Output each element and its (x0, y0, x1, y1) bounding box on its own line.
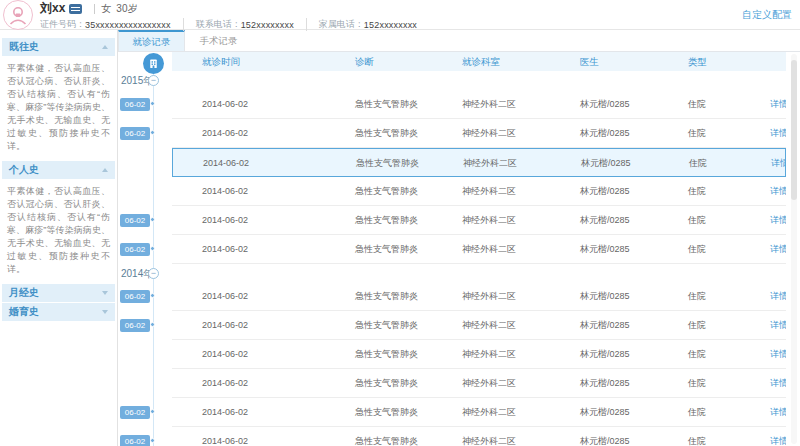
collapse-icon[interactable]: − (148, 75, 159, 86)
detail-link[interactable]: 详情 (757, 235, 786, 263)
table-header-row: 就诊时间诊断就诊科室医生类型 (118, 52, 800, 71)
visit-type: 住院 (683, 149, 758, 176)
visit-row[interactable]: 2014-06-02急性支气管肺炎神经外科二区林元楷/0285住院详情 (172, 340, 786, 369)
visit-date: 2014-06-02 (172, 235, 325, 263)
detail-link[interactable]: 详情 (758, 149, 785, 176)
patient-header: 刘xx 女 30岁 证件号码： 35xxxxxxxxxxxxxxxx 联系电话：… (0, 0, 800, 30)
id-number-label: 证件号码： (40, 18, 85, 31)
id-card-badge-icon (69, 4, 82, 14)
date-badge[interactable]: 06-02 (120, 214, 150, 227)
visit-doctor: 林元楷/0285 (572, 282, 682, 310)
detail-link[interactable]: 详情 (757, 282, 786, 310)
sidebar-section-past-history: 既往史平素体健，否认高血压、否认冠心病、否认肝炎、否认结核病、否认有“伤寒、麻疹… (0, 38, 117, 161)
family-phone-field: 家属电话： 152xxxxxxxx (306, 18, 417, 31)
visit-row[interactable]: 2014-06-02急性支气管肺炎神经外科二区林元楷/0285住院详情 (172, 206, 786, 235)
female-avatar-icon (3, 0, 33, 30)
visit-timeline-cell (118, 177, 172, 206)
visit-date: 2014-06-02 (172, 90, 325, 118)
year-group-2014年: 2014年− (118, 264, 800, 282)
tab-visit-records[interactable]: 就诊记录 (118, 30, 185, 51)
visit-doctor: 林元楷/0285 (572, 369, 682, 397)
visit-department: 神经外科二区 (452, 90, 572, 118)
timeline-dot-icon (150, 130, 155, 135)
sidebar-section-body: 平素体健，否认高血压、否认冠心病、否认肝炎、否认结核病、否认有“伤寒、麻疹”等传… (0, 180, 117, 284)
sidebar-section-title: 既往史 (9, 41, 39, 52)
sidebar-section-title: 月经史 (9, 287, 39, 298)
visit-date: 2014-06-02 (172, 427, 325, 446)
date-badge[interactable]: 06-02 (120, 406, 150, 419)
patient-gender: 女 (101, 2, 111, 16)
patient-age: 30岁 (116, 2, 137, 16)
date-badge[interactable]: 06-02 (120, 435, 150, 446)
detail-link[interactable]: 详情 (757, 177, 786, 205)
sidebar-item-menstrual-history[interactable]: 月经史 (2, 284, 115, 302)
visit-date: 2014-06-02 (173, 149, 326, 176)
visit-diagnosis: 急性支气管肺炎 (325, 427, 452, 446)
date-badge[interactable]: 06-02 (120, 127, 150, 140)
visit-entry: 2014-06-02急性支气管肺炎神经外科二区林元楷/0285住院详情 (118, 177, 800, 206)
timeline-dot-icon (150, 322, 155, 327)
detail-link[interactable]: 详情 (757, 398, 786, 426)
sidebar-section-title: 婚育史 (9, 306, 39, 317)
visit-timeline-cell: 06-02 (118, 282, 172, 311)
visit-row[interactable]: 2014-06-02急性支气管肺炎神经外科二区林元楷/0285住院详情 (172, 90, 786, 119)
collapse-icon[interactable]: − (148, 268, 159, 279)
visit-entry: 06-022014-06-02急性支气管肺炎神经外科二区林元楷/0285住院详情 (118, 311, 800, 340)
visit-date: 2014-06-02 (172, 282, 325, 310)
custom-config-link[interactable]: 自定义配置 (742, 8, 792, 22)
visit-doctor: 林元楷/0285 (572, 235, 682, 263)
visit-entry: 2014-06-02急性支气管肺炎神经外科二区林元楷/0285住院详情 (118, 340, 800, 369)
visit-row[interactable]: 2014-06-02急性支气管肺炎神经外科二区林元楷/0285住院详情 (172, 177, 786, 206)
date-badge[interactable]: 06-02 (120, 319, 150, 332)
tab-surgery-records[interactable]: 手术记录 (185, 30, 252, 51)
visit-row[interactable]: 2014-06-02急性支气管肺炎神经外科二区林元楷/0285住院详情 (172, 148, 786, 177)
visit-timeline-cell (118, 340, 172, 369)
visit-doctor: 林元楷/0285 (572, 311, 682, 339)
column-header-0: 就诊时间 (172, 52, 325, 71)
visit-type: 住院 (682, 235, 757, 263)
visit-date: 2014-06-02 (172, 177, 325, 205)
scrollbar[interactable] (791, 54, 797, 444)
visit-row[interactable]: 2014-06-02急性支气管肺炎神经外科二区林元楷/0285住院详情 (172, 311, 786, 340)
visit-timeline-cell (118, 369, 172, 398)
patient-name: 刘xx (40, 0, 65, 17)
visit-timeline-cell: 06-02 (118, 206, 172, 235)
year-marker: 2014年− (118, 264, 172, 282)
date-badge[interactable]: 06-02 (120, 290, 150, 303)
detail-link[interactable]: 详情 (757, 340, 786, 368)
date-badge[interactable]: 06-02 (120, 98, 150, 111)
visit-type: 住院 (682, 177, 757, 205)
visit-entry: 06-022014-06-02急性支气管肺炎神经外科二区林元楷/0285住院详情 (118, 398, 800, 427)
visit-row[interactable]: 2014-06-02急性支气管肺炎神经外科二区林元楷/0285住院详情 (172, 427, 786, 446)
visit-timeline-cell: 06-02 (118, 311, 172, 340)
visit-row[interactable]: 2014-06-02急性支气管肺炎神经外科二区林元楷/0285住院详情 (172, 282, 786, 311)
detail-link[interactable]: 详情 (757, 369, 786, 397)
sidebar-item-marriage-history[interactable]: 婚育史 (2, 303, 115, 321)
date-badge[interactable]: 06-02 (120, 243, 150, 256)
visit-row[interactable]: 2014-06-02急性支气管肺炎神经外科二区林元楷/0285住院详情 (172, 119, 786, 148)
visit-doctor: 林元楷/0285 (572, 90, 682, 118)
sidebar-item-past-history[interactable]: 既往史 (2, 38, 115, 56)
detail-link[interactable]: 详情 (757, 90, 786, 118)
column-header-1: 诊断 (325, 52, 452, 71)
visit-doctor: 林元楷/0285 (572, 340, 682, 368)
visit-timeline-cell: 06-02 (118, 398, 172, 427)
visit-department: 神经外科二区 (452, 282, 572, 310)
phone-field: 联系电话： 152xxxxxxxx (183, 18, 294, 31)
year-group-2015年: 2015年− (118, 71, 800, 90)
visit-row[interactable]: 2014-06-02急性支气管肺炎神经外科二区林元楷/0285住院详情 (172, 369, 786, 398)
visit-row[interactable]: 2014-06-02急性支气管肺炎神经外科二区林元楷/0285住院详情 (172, 235, 786, 264)
detail-link[interactable]: 详情 (757, 427, 786, 446)
sidebar-section-menstrual-history: 月经史 (0, 284, 117, 302)
detail-link[interactable]: 详情 (757, 206, 786, 234)
detail-link[interactable]: 详情 (757, 311, 786, 339)
detail-link[interactable]: 详情 (757, 119, 786, 147)
sidebar-item-personal-history[interactable]: 个人史 (2, 161, 115, 179)
visit-row[interactable]: 2014-06-02急性支气管肺炎神经外科二区林元楷/0285住院详情 (172, 398, 786, 427)
visit-entry: 2014-06-02急性支气管肺炎神经外科二区林元楷/0285住院详情 (118, 148, 800, 177)
visit-diagnosis: 急性支气管肺炎 (325, 282, 452, 310)
visit-department: 神经外科二区 (452, 398, 572, 426)
visit-department: 神经外科二区 (452, 235, 572, 263)
scrollbar-thumb[interactable] (791, 60, 797, 200)
phone-label: 联系电话： (196, 18, 241, 31)
